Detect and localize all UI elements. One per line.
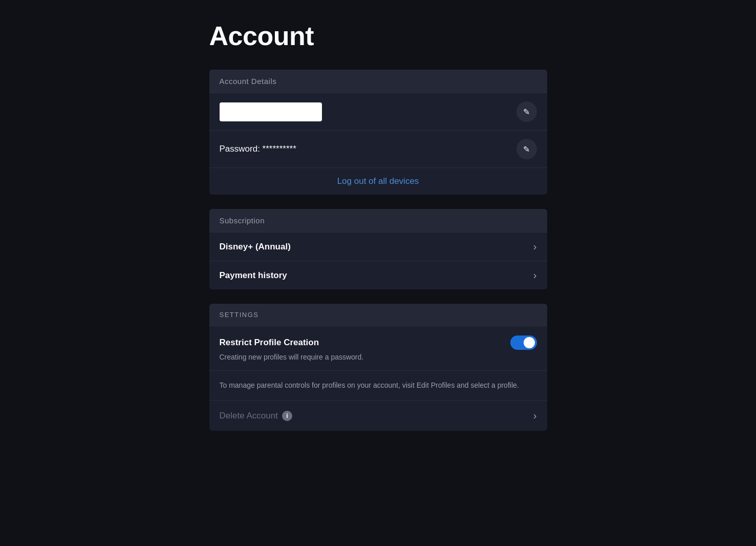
account-details-header: Account Details — [209, 70, 547, 93]
logout-all-devices-link[interactable]: Log out of all devices — [337, 176, 419, 186]
restrict-profile-label: Restrict Profile Creation — [220, 338, 319, 348]
payment-history-label: Payment history — [220, 270, 287, 281]
edit-password-icon: ✎ — [523, 144, 530, 154]
delete-account-label: Delete Account — [220, 411, 278, 421]
plan-row[interactable]: Disney+ (Annual) › — [209, 232, 547, 261]
logout-row: Log out of all devices — [209, 167, 547, 195]
password-row: Password: ********** ✎ — [209, 130, 547, 167]
subscription-header: Subscription — [209, 209, 547, 232]
account-details-card: Account Details ✎ Password: ********** ✎… — [209, 70, 547, 195]
edit-email-button[interactable]: ✎ — [516, 101, 537, 122]
email-row: ✎ — [209, 93, 547, 130]
delete-account-info-icon[interactable]: i — [282, 411, 292, 421]
parental-controls-row: To manage parental controls for profiles… — [209, 370, 547, 400]
subscription-card: Subscription Disney+ (Annual) › Payment … — [209, 209, 547, 289]
edit-password-button[interactable]: ✎ — [516, 139, 537, 159]
toggle-thumb — [524, 337, 535, 348]
restrict-profile-toggle[interactable] — [510, 335, 537, 350]
delete-account-chevron-icon: › — [533, 410, 537, 422]
email-field[interactable] — [220, 102, 322, 121]
parental-controls-text: To manage parental controls for profiles… — [220, 380, 537, 391]
edit-email-icon: ✎ — [523, 107, 530, 117]
plan-chevron-icon: › — [533, 241, 537, 253]
page-title: Account — [209, 20, 547, 51]
delete-account-row[interactable]: Delete Account i › — [209, 400, 547, 431]
password-label: Password: ********** — [220, 144, 296, 154]
payment-history-row[interactable]: Payment history › — [209, 261, 547, 289]
delete-label-wrap: Delete Account i — [220, 411, 292, 421]
restrict-profile-description: Creating new profiles will require a pas… — [220, 353, 364, 361]
restrict-profile-row: Restrict Profile Creation Creating new p… — [209, 326, 547, 370]
restrict-top: Restrict Profile Creation — [220, 335, 537, 350]
settings-header: SETTINGS — [209, 304, 547, 326]
payment-history-chevron-icon: › — [533, 269, 537, 281]
plan-label: Disney+ (Annual) — [220, 242, 291, 252]
settings-card: SETTINGS Restrict Profile Creation Creat… — [209, 304, 547, 431]
